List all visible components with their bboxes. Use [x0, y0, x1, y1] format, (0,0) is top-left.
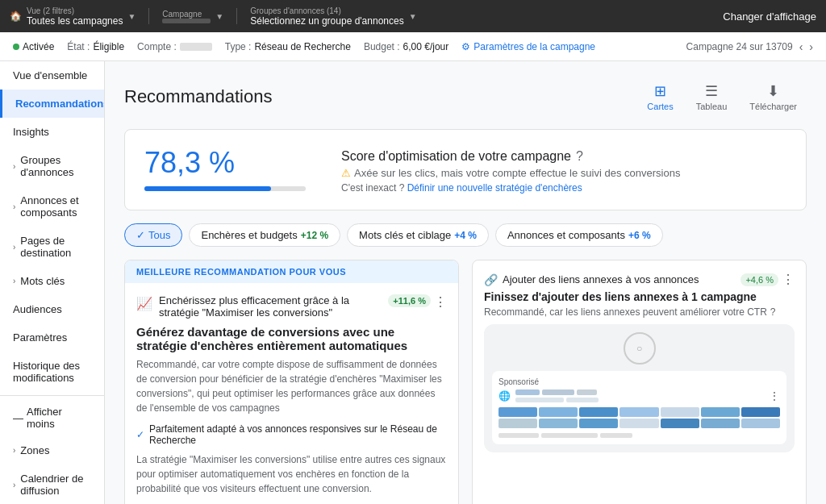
- minus-icon: —: [13, 412, 23, 424]
- score-right: Score d'optimisation de votre campagne ?…: [341, 146, 786, 194]
- sidebar-item-calendrier[interactable]: › Calendrier de diffusion: [0, 464, 104, 504]
- sponsored-label: Sponsorisé: [499, 377, 780, 386]
- rec-badge: +11,6 %: [388, 294, 431, 307]
- sidebar-item-mots-cles[interactable]: › Mots clés: [0, 267, 104, 295]
- chevron-down-icon-2: ▼: [215, 12, 223, 21]
- sidebar-item-vue-ensemble[interactable]: Vue d'ensemble: [0, 61, 104, 90]
- cartes-label: Cartes: [647, 102, 673, 111]
- view-switcher: ⊞ Cartes ☰ Tableau ⬇ Télécharger: [637, 77, 807, 116]
- rec-item-title: Enchérissez plus efficacement grâce à la…: [159, 294, 388, 319]
- info-icon-2[interactable]: ?: [770, 306, 776, 318]
- preview-grid: [499, 407, 780, 428]
- sidebar-item-label: Groupes d'annonces: [20, 154, 91, 178]
- groupes-selector[interactable]: Groupes d'annonces (14) Sélectionnez un …: [250, 6, 416, 27]
- score-row: 78,3 % Score d'optimisation de votre cam…: [144, 146, 786, 194]
- chevron-icon: ›: [13, 162, 15, 171]
- filter-encheres-button[interactable]: Enchères et budgets +12 %: [189, 223, 340, 247]
- block-5: [566, 398, 599, 402]
- parametres-link[interactable]: ⚙ Paramètres de la campagne: [461, 41, 595, 52]
- rec-right-more-button[interactable]: ⋮: [782, 272, 795, 287]
- sidebar-item-historique[interactable]: Historique des modifications: [0, 352, 104, 392]
- download-icon: ⬇: [767, 82, 779, 100]
- info-icon[interactable]: ?: [576, 149, 583, 164]
- sidebar-item-insights[interactable]: Insights: [0, 118, 104, 146]
- filter-annonces-button[interactable]: Annonces et composants +6 %: [495, 223, 663, 247]
- home-icon: 🏠: [10, 10, 22, 22]
- content-header: Recommandations ⊞ Cartes ☰ Tableau ⬇ Tél…: [124, 77, 807, 116]
- grid-icon: ⊞: [654, 82, 666, 100]
- toutes-campagnes-label: Toutes les campagnes: [27, 15, 123, 27]
- sidebar-item-recommandations[interactable]: Recommandations: [0, 90, 104, 118]
- compte-bar: [180, 43, 212, 51]
- cartes-view-button[interactable]: ⊞ Cartes: [637, 77, 682, 116]
- groupes-label: Groupes d'annonces (14): [250, 6, 403, 15]
- score-card: 78,3 % Score d'optimisation de votre cam…: [124, 129, 807, 210]
- score-link[interactable]: Définir une nouvelle stratégie d'enchère…: [407, 182, 582, 194]
- sidebar-item-groupes[interactable]: › Groupes d'annonces: [0, 146, 104, 186]
- sidebar-afficher-moins[interactable]: — Afficher moins: [0, 399, 104, 436]
- vue-label: Vue (2 filtres): [27, 6, 123, 15]
- rec-right-desc: Recommandé, car les liens annexes peuven…: [484, 306, 795, 318]
- compte-item: Compte :: [137, 41, 212, 52]
- compte-label: Compte :: [137, 41, 177, 52]
- grid-cell: [539, 419, 578, 428]
- bottom-block-2: [541, 433, 598, 438]
- rec-card-body: 📈 Enchérissez plus efficacement grâce à …: [125, 283, 458, 504]
- campagne-selector[interactable]: Campagne ▼: [162, 10, 223, 23]
- score-title-text: Score d'optimisation de votre campagne: [341, 149, 571, 164]
- sidebar-item-parametres[interactable]: Paramètres: [0, 323, 104, 352]
- rec-right-badge: +4,6 %: [740, 273, 778, 286]
- sidebar-item-label: Paramètres: [13, 331, 67, 344]
- sidebar-item-pages[interactable]: › Pages de destination: [0, 227, 104, 267]
- sidebar-item-label: Calendrier de diffusion: [20, 473, 91, 497]
- score-warning: ⚠ Axée sur les clics, mais votre compte …: [341, 167, 786, 179]
- rec-more-button[interactable]: ⋮: [434, 294, 447, 310]
- sidebar-item-label: Mots clés: [20, 275, 65, 287]
- main-layout: Vue d'ensemble Recommandations Insights …: [0, 61, 826, 504]
- grid-cell: [661, 419, 699, 428]
- budget-value: 6,00 €/jour: [403, 41, 449, 52]
- sidebar: Vue d'ensemble Recommandations Insights …: [0, 61, 105, 504]
- afficher-moins-label: Afficher moins: [27, 406, 91, 430]
- chevron-icon: ›: [13, 202, 15, 211]
- rec-right-desc-text: Recommandé, car les liens annexes peuven…: [484, 306, 767, 318]
- status-label: Activée: [23, 41, 54, 52]
- budget-item: Budget : 6,00 €/jour: [364, 41, 448, 52]
- rec-item-header: 📈 Enchérissez plus efficacement grâce à …: [136, 294, 447, 319]
- changer-affichage-button[interactable]: Changer d'affichage: [723, 10, 816, 23]
- progress-bar-wrap: [144, 186, 306, 191]
- prev-campagne-button[interactable]: ‹: [799, 40, 803, 53]
- grid-cell: [539, 407, 578, 417]
- chevron-icon: ›: [13, 481, 15, 489]
- score-warning-text: Axée sur les clics, mais votre compte ef…: [354, 167, 680, 179]
- sidebar-item-label: Annonces et composants: [20, 194, 91, 219]
- sidebar-item-label: Zones: [20, 444, 49, 456]
- chevron-icon: ›: [13, 446, 15, 455]
- campagne-bar: [162, 19, 211, 23]
- filter-mots-cles-button[interactable]: Mots clés et ciblage +4 %: [347, 223, 489, 247]
- sidebar-item-label: Pages de destination: [20, 235, 91, 259]
- telecharger-view-button[interactable]: ⬇ Télécharger: [740, 77, 807, 116]
- vue-filtres-selector[interactable]: 🏠 Vue (2 filtres) Toutes les campagnes ▼: [10, 6, 136, 27]
- preview-more-icon: ⋮: [769, 389, 780, 402]
- next-campagne-button[interactable]: ›: [809, 40, 813, 53]
- check-icon-2: ✓: [136, 429, 144, 440]
- sidebar-item-annonces[interactable]: › Annonces et composants: [0, 186, 104, 227]
- grid-cell: [741, 419, 780, 428]
- ad-line-blocks: [515, 398, 764, 402]
- gear-icon: ⚙: [461, 41, 470, 52]
- sub-navigation: Activée État : Éligible Compte : Type : …: [0, 32, 826, 61]
- inexact-label: C'est inexact ?: [341, 182, 404, 194]
- phone-circle: ○: [624, 332, 656, 364]
- grid-cell: [620, 419, 658, 428]
- chevron-icon: ›: [13, 277, 15, 285]
- sidebar-item-audiences[interactable]: Audiences: [0, 295, 104, 323]
- preview-bottom-blocks: [499, 433, 780, 438]
- sidebar-divider: [0, 395, 104, 396]
- sidebar-item-zones[interactable]: › Zones: [0, 436, 104, 464]
- rec-desc: Recommandé, car votre compte dispose de …: [136, 357, 447, 415]
- filter-tous-button[interactable]: ✓ Tous: [124, 223, 182, 247]
- rec-card-body-right: 🔗 Ajouter des liens annexes à vos annonc…: [473, 260, 806, 464]
- tableau-view-button[interactable]: ☰ Tableau: [686, 77, 737, 116]
- budget-label: Budget :: [364, 41, 400, 52]
